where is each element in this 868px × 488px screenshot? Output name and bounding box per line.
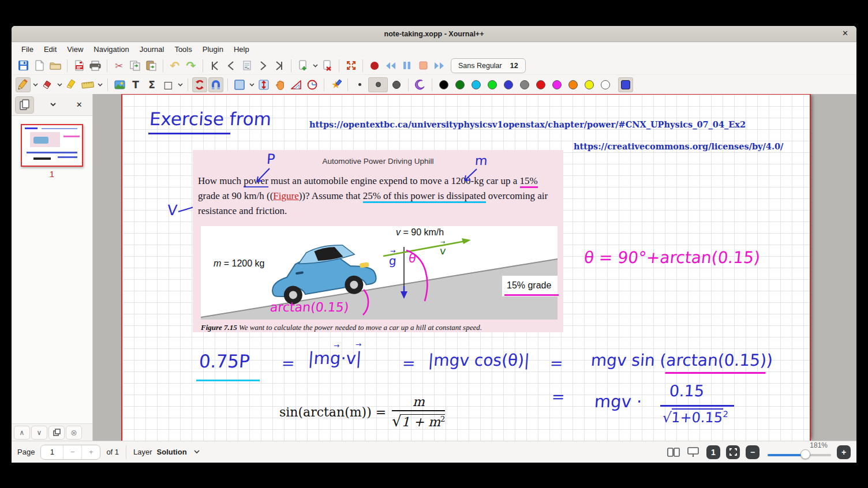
font-selector-button[interactable]: Sans Regular 12 xyxy=(451,58,526,73)
stop-button[interactable] xyxy=(416,58,431,73)
color-blue-button[interactable] xyxy=(501,77,516,92)
pause-button[interactable] xyxy=(399,58,414,73)
fine-dot-icon xyxy=(358,83,361,86)
vertical-space-button[interactable] xyxy=(256,77,271,92)
last-page-button[interactable] xyxy=(272,58,287,73)
color-red-button[interactable] xyxy=(533,77,548,92)
thickness-fine-button[interactable] xyxy=(352,77,367,92)
color-yellow-button[interactable] xyxy=(582,77,597,92)
rewind-button[interactable] xyxy=(383,58,398,73)
menu-navigation[interactable]: Navigation xyxy=(88,43,134,55)
select-region-button[interactable] xyxy=(232,77,247,92)
menu-file[interactable]: File xyxy=(16,43,39,55)
move-down-button[interactable]: ∨ xyxy=(31,426,47,440)
zoom-out-button[interactable]: − xyxy=(746,445,760,459)
ruler-options-dropdown[interactable] xyxy=(96,77,104,92)
color-cyan-button[interactable] xyxy=(469,77,484,92)
add-page-button[interactable] xyxy=(295,58,310,73)
page-1-thumbnail[interactable] xyxy=(21,124,83,167)
text-tool-button[interactable]: T xyxy=(128,77,143,92)
save-button[interactable] xyxy=(16,58,31,73)
stylus-favorite-button[interactable]: ★ xyxy=(328,77,343,92)
setsquare-tool-button[interactable] xyxy=(289,77,304,92)
previous-page-button[interactable] xyxy=(223,58,238,73)
shape-tool-button[interactable]: □ xyxy=(160,77,175,92)
highlighter-tool-button[interactable] xyxy=(64,77,79,92)
color-gray-button[interactable] xyxy=(517,77,532,92)
zoom-in-button[interactable]: + xyxy=(837,445,851,459)
menu-view[interactable]: View xyxy=(62,43,88,55)
thickness-medium-button[interactable] xyxy=(368,77,388,92)
page-preview-list[interactable]: 1 xyxy=(12,116,92,423)
canvas-area[interactable]: Exercise from https://opentextbc.ca/univ… xyxy=(93,94,856,441)
menu-tools[interactable]: Tools xyxy=(169,43,197,55)
fill-tool-button[interactable] xyxy=(413,77,428,92)
paste-button[interactable] xyxy=(144,58,159,73)
pen-tool-button[interactable] xyxy=(16,77,31,92)
source-url[interactable]: https://opentextbc.ca/universityphysicsv… xyxy=(309,119,746,129)
document-page[interactable]: Exercise from https://opentextbc.ca/univ… xyxy=(121,94,811,441)
page-decrement-button[interactable]: − xyxy=(63,445,81,459)
page-increment-button[interactable]: + xyxy=(81,445,100,459)
eraser-tool-button[interactable] xyxy=(40,77,55,92)
color-black-button[interactable] xyxy=(436,77,451,92)
move-up-button[interactable]: ∧ xyxy=(14,426,30,440)
dual-page-view-button[interactable] xyxy=(666,445,681,459)
math-tex-button[interactable]: Σ xyxy=(144,77,159,92)
sidebar-close-button[interactable]: ✕ xyxy=(70,96,89,114)
layer-value[interactable]: Solution xyxy=(157,448,187,456)
color-magenta-button[interactable] xyxy=(549,77,564,92)
new-document-button[interactable] xyxy=(32,58,47,73)
menu-help[interactable]: Help xyxy=(229,43,255,55)
shape-options-dropdown[interactable] xyxy=(176,77,184,92)
close-window-icon[interactable]: ✕ xyxy=(842,29,848,37)
color-darkgreen-button[interactable] xyxy=(452,77,467,92)
page-number-input[interactable]: 1 xyxy=(41,445,63,459)
duplicate-page-button[interactable] xyxy=(48,426,65,440)
forward-button[interactable] xyxy=(432,58,447,73)
chevron-down-icon xyxy=(98,83,103,87)
compass-tool-button[interactable] xyxy=(305,77,320,92)
menu-edit[interactable]: Edit xyxy=(39,43,62,55)
title-bar[interactable]: note-taking.xopp - Xournal++ ✕ xyxy=(12,26,856,42)
fullscreen-button[interactable] xyxy=(343,58,358,73)
delete-page-button[interactable] xyxy=(320,58,335,73)
print-button[interactable] xyxy=(88,58,103,73)
color-white-button[interactable] xyxy=(598,77,613,92)
pen-options-dropdown[interactable] xyxy=(31,77,39,92)
color-green-button[interactable] xyxy=(485,77,500,92)
layer-dropdown[interactable] xyxy=(194,450,200,454)
undo-button[interactable]: ↶ xyxy=(167,58,182,73)
hand-tool-button[interactable] xyxy=(272,77,287,92)
preview-pages-tab[interactable] xyxy=(15,96,34,114)
insert-image-button[interactable] xyxy=(112,77,127,92)
select-options-dropdown[interactable] xyxy=(248,77,256,92)
ruler-tool-button[interactable] xyxy=(80,77,95,92)
add-page-dropdown[interactable] xyxy=(311,58,319,73)
color-orange-button[interactable] xyxy=(566,77,581,92)
zoom-slider[interactable]: 181% xyxy=(768,444,831,461)
menu-journal[interactable]: Journal xyxy=(134,43,170,55)
previous-annotated-page-button[interactable] xyxy=(240,58,255,73)
grid-snapping-toggle[interactable] xyxy=(208,77,223,92)
thickness-thick-button[interactable] xyxy=(389,77,404,92)
open-file-button[interactable] xyxy=(48,58,63,73)
copy-button[interactable] xyxy=(128,58,143,73)
record-audio-button[interactable] xyxy=(367,58,382,73)
redo-button[interactable]: ↷ xyxy=(184,58,199,73)
menu-plugin[interactable]: Plugin xyxy=(197,43,229,55)
rotation-snapping-toggle[interactable] xyxy=(192,77,207,92)
presentation-mode-button[interactable] xyxy=(686,445,701,459)
zoom-100-button[interactable]: 1 xyxy=(706,445,720,459)
first-page-button[interactable] xyxy=(207,58,222,73)
export-pdf-button[interactable] xyxy=(72,58,87,73)
eraser-options-dropdown[interactable] xyxy=(55,77,63,92)
sidebar-dropdown[interactable] xyxy=(43,96,62,114)
delete-page-button-sidebar[interactable]: ⊗ xyxy=(66,426,82,440)
zoom-slider-thumb[interactable] xyxy=(800,449,810,459)
zoom-fit-button[interactable] xyxy=(726,445,740,459)
next-page-button[interactable] xyxy=(256,58,271,73)
license-url[interactable]: https://creativecommons.org/licenses/by/… xyxy=(574,141,783,151)
cut-button[interactable]: ✂ xyxy=(111,58,126,73)
color-picker-button[interactable] xyxy=(618,77,633,92)
